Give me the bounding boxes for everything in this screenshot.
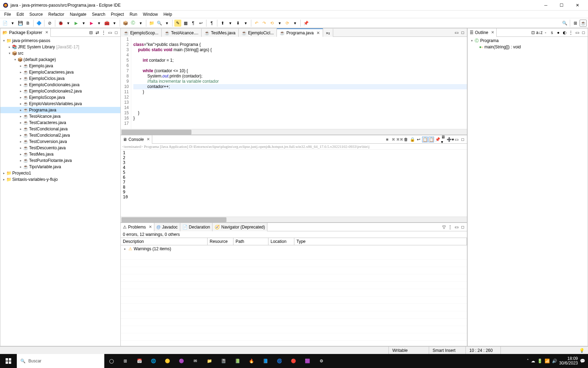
editor-tab[interactable]: ☕TestAlcance.... [162, 28, 202, 37]
maximize-view-button[interactable]: □ [460, 224, 465, 230]
twister-icon[interactable]: ▸ [19, 134, 23, 137]
navigator-tab[interactable]: 🧭 Navigator (Deprecated) [212, 223, 267, 231]
save-button[interactable]: 💾 [17, 20, 24, 27]
twister-icon[interactable]: ▸ [19, 77, 23, 80]
col-location[interactable]: Location [268, 238, 294, 245]
twister-icon[interactable]: ▸ [19, 121, 23, 124]
pilcrow-icon[interactable]: ¶ [208, 20, 215, 27]
package-node[interactable]: ▾📦(default package) [0, 56, 120, 63]
outline-tree[interactable]: ▾ Ⓒ Programa ●s main(String[]) : void [468, 37, 588, 346]
minimize-view-button[interactable]: ▭ [454, 224, 459, 230]
collapse-all-button[interactable]: ⊟ [88, 30, 94, 35]
tip-icon[interactable]: 💡 [579, 348, 584, 353]
toggle-block-button[interactable]: ▦ [182, 20, 189, 27]
remove-all-button[interactable]: ✖✖ [397, 137, 402, 142]
dropdown-icon[interactable]: ▾ [242, 20, 249, 27]
maximize-button[interactable]: ☐ [554, 0, 569, 11]
close-icon[interactable]: ✕ [149, 225, 152, 229]
twister-icon[interactable]: ▸ [19, 70, 23, 74]
tray-wifi-icon[interactable]: 📶 [545, 359, 550, 363]
twister-icon[interactable]: ▸ [19, 146, 23, 150]
java-file-node[interactable]: ▸☕EjmploValoresVariables.java [0, 101, 120, 107]
col-type[interactable]: Type [294, 238, 467, 245]
tray-notifications-icon[interactable]: 💬 [580, 359, 585, 363]
java-file-node[interactable]: ▸☕TipoVariable.java [0, 164, 120, 170]
maximize-view-button[interactable]: □ [581, 30, 586, 35]
javadoc-tab[interactable]: @ Javadoc [154, 223, 180, 231]
close-button[interactable]: ✕ [569, 0, 585, 11]
twister-icon[interactable]: ▸ [19, 83, 23, 87]
java-file-node[interactable]: ▸☕Programa.java [0, 107, 120, 113]
skip-breakpoints-button[interactable]: ⊘ [46, 20, 53, 27]
explorer-icon[interactable]: 📁 [202, 354, 216, 368]
menu-help[interactable]: Help [161, 11, 175, 18]
display-selected-console-button[interactable]: 🖥▾ [441, 137, 447, 142]
show-whitespace-button[interactable]: ¶ [190, 20, 197, 27]
toggle-word-wrap-button[interactable]: ↩ [197, 20, 204, 27]
col-path[interactable]: Path [233, 238, 268, 245]
tray-chevron-icon[interactable]: ˄ [527, 359, 529, 363]
search-button[interactable]: 🔍 [156, 20, 163, 27]
sort-button[interactable]: a↓z [537, 30, 542, 35]
notepad-icon[interactable]: 📓 [216, 354, 230, 368]
col-resource[interactable]: Resource [208, 238, 233, 245]
console-scrollbar-h[interactable] [121, 217, 467, 222]
menu-navigate[interactable]: Navigate [67, 11, 89, 18]
annotation-prev-button[interactable]: ⬆ [219, 20, 226, 27]
twister-icon[interactable]: ▸ [19, 108, 23, 112]
view-menu-button[interactable]: ⋮ [447, 224, 453, 230]
scroll-lock-button[interactable]: 🔒 [410, 137, 415, 142]
twister-icon[interactable]: ▸ [19, 159, 23, 162]
problems-table[interactable]: Description Resource Path Location Type … [121, 238, 467, 346]
start-button[interactable] [0, 354, 17, 368]
focus-button[interactable]: ⊡ [530, 30, 536, 35]
dropdown-icon[interactable]: ▾ [65, 20, 72, 27]
twister-icon[interactable]: ▸ [2, 171, 6, 175]
open-type-button[interactable]: 🔷 [35, 20, 42, 27]
tray-onedrive-icon[interactable]: ☁ [531, 359, 535, 363]
tray-volume-icon[interactable]: 🔊 [552, 359, 557, 363]
twister-icon[interactable]: ▸ [19, 152, 23, 156]
package-explorer-tab[interactable]: 📂 Package Explorer ✕ [0, 28, 51, 37]
twister-icon[interactable]: ▸ [7, 45, 12, 49]
twister-icon[interactable]: ▾ [13, 58, 17, 61]
hide-local-button[interactable]: ◐ [562, 30, 567, 35]
col-description[interactable]: Description [121, 238, 208, 245]
dropdown-icon[interactable]: ▾ [163, 20, 170, 27]
minimize-view-button[interactable]: ▭ [454, 30, 459, 35]
app-icon[interactable]: 🔥 [244, 354, 258, 368]
mail-icon[interactable]: ✉ [188, 354, 202, 368]
dropdown-icon[interactable]: ▾ [80, 20, 87, 27]
eclipse-taskbar-icon[interactable]: 🟪 [300, 354, 314, 368]
close-icon[interactable]: ✕ [316, 30, 320, 35]
editor-tab[interactable]: ☕EjemploCicl... [239, 28, 277, 37]
problems-tab[interactable]: ⚠ Problems ✕ [121, 223, 154, 231]
minimize-button[interactable]: ─ [538, 0, 554, 11]
twister-icon[interactable]: ▸ [19, 89, 23, 93]
twister-icon[interactable]: ▸ [19, 102, 23, 105]
system-tray[interactable]: ˄ ☁ 🔋 📶 🔊 18:09 30/6/2023 💬 [524, 356, 588, 366]
editor-tab[interactable]: ☕EjemploScop... [121, 28, 162, 37]
project-node[interactable]: ▾📁java-primeros-pasos [0, 38, 120, 44]
debug-button[interactable]: 🐞 [57, 20, 64, 27]
project-node[interactable]: ▸📁Proyecto1 [0, 170, 120, 176]
coverage-button[interactable]: ▶ [88, 20, 95, 27]
save-all-button[interactable]: 🗎 [24, 20, 31, 27]
editor-tab[interactable]: ☕Programa.java✕ [277, 28, 323, 37]
src-node[interactable]: ▾📦src [0, 50, 120, 56]
app-icon[interactable]: 🟣 [174, 354, 188, 368]
close-icon[interactable]: ✕ [45, 30, 48, 35]
taskbar-search[interactable]: 🔍 Buscar [17, 354, 104, 368]
java-file-node[interactable]: ▸☕TestConversion.java [0, 138, 120, 145]
editor-tab[interactable]: ☕TestMes.java [202, 28, 239, 37]
java-file-node[interactable]: ▸☕EjemploCaracteres.java [0, 69, 120, 75]
chrome2-icon[interactable]: 🔴 [286, 354, 300, 368]
dropdown-icon[interactable]: ▾ [292, 20, 299, 27]
java-file-node[interactable]: ▸☕EjemploCondicionales2.java [0, 88, 120, 94]
minimize-view-button[interactable]: ▭ [574, 30, 580, 35]
twister-icon[interactable]: ▸ [19, 165, 23, 169]
view-menu-button[interactable]: ⋮ [568, 30, 574, 35]
code-editor[interactable]: 1234567891011121314151617 class="kw">pub… [121, 37, 467, 129]
word-wrap-button[interactable]: ↩ [416, 137, 421, 142]
dropdown-icon[interactable]: ▾ [276, 20, 283, 27]
